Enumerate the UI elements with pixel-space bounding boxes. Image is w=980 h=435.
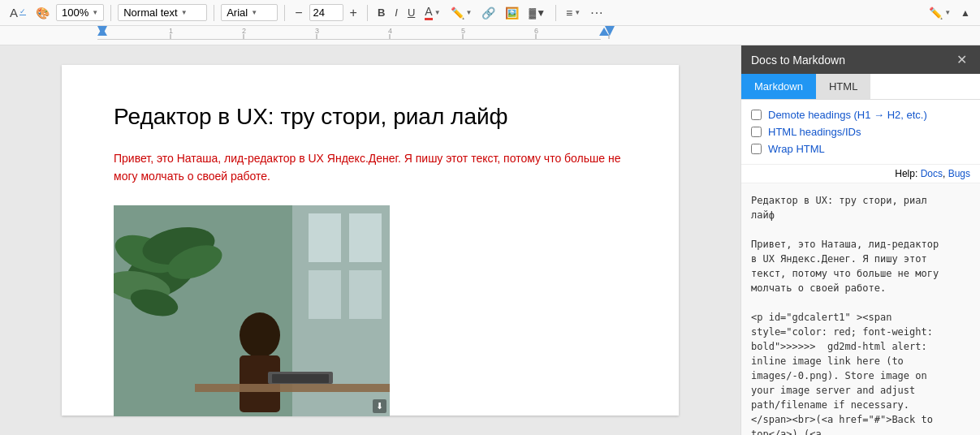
main-content: Редактор в UX: тру стори, риал лайф Прив… (0, 45, 980, 435)
svg-rect-33 (272, 374, 329, 383)
separator2 (214, 5, 214, 21)
option-html-headings[interactable]: HTML headings/IDs (751, 123, 970, 140)
image-overlay-icon[interactable]: ⬇ (373, 399, 386, 413)
svg-rect-21 (309, 270, 341, 319)
align-button[interactable]: ≡ ▼ (563, 5, 584, 21)
document-image: ⬇ (114, 205, 390, 416)
zoom-value: 100% (62, 6, 89, 19)
svg-rect-19 (309, 213, 341, 262)
drawing-icon: ▓▼ (529, 7, 546, 19)
sidebar-header: Docs to Markdown ✕ (741, 45, 980, 74)
separator1 (110, 5, 111, 21)
separator3 (284, 5, 285, 21)
document-body[interactable]: Привет, это Наташа, лид-редактор в UX Ян… (114, 149, 627, 186)
zoom-dropdown[interactable]: 100% ▼ (56, 4, 104, 21)
font-value: Arial (227, 6, 248, 19)
text-style-value: Normal text (123, 6, 177, 19)
link-button[interactable]: 🔗 (478, 5, 499, 21)
italic-button[interactable]: I (391, 5, 401, 20)
svg-point-29 (240, 312, 280, 358)
collapse-icon: ▲ (961, 7, 970, 19)
sidebar-help: Help: Docs, Bugs (741, 165, 980, 183)
html-headings-checkbox[interactable] (751, 127, 762, 137)
spellcheck-underline: ✓ (19, 7, 26, 15)
drawing-button[interactable]: ▓▼ (525, 6, 549, 20)
svg-text:4: 4 (388, 27, 392, 35)
highlight-button[interactable]: ✏️ ▼ (447, 5, 476, 21)
help-label: Help: (895, 168, 917, 179)
pencil-icon: ✏️ (929, 6, 943, 19)
tab-markdown[interactable]: Markdown (741, 74, 816, 99)
text-color-button[interactable]: A ▼ (421, 3, 443, 22)
underline-button[interactable]: U (404, 5, 418, 20)
tab-html[interactable]: HTML (816, 74, 870, 99)
svg-text:1: 1 (169, 27, 173, 35)
link-icon: 🔗 (481, 6, 495, 19)
text-color-caret: ▼ (434, 9, 441, 16)
font-size-input[interactable]: 24 (309, 4, 343, 21)
font-size-decrease-button[interactable]: − (291, 4, 305, 22)
align-caret: ▼ (574, 9, 581, 16)
image-button[interactable]: 🖼️ (502, 5, 522, 21)
text-style-caret: ▼ (181, 9, 188, 16)
image-svg (114, 205, 390, 416)
svg-rect-0 (97, 39, 601, 40)
collapse-button[interactable]: ▲ (957, 6, 974, 20)
highlight-caret: ▼ (466, 9, 473, 16)
svg-text:3: 3 (315, 27, 319, 35)
font-caret: ▼ (251, 9, 257, 16)
svg-rect-22 (349, 270, 382, 319)
document-area[interactable]: Редактор в UX: тру стори, риал лайф Прив… (0, 45, 740, 435)
ruler-ticks: 1 2 3 4 5 6 7 (0, 26, 980, 45)
spellcheck-button[interactable]: A ✓ (6, 4, 29, 21)
option-wrap-html[interactable]: Wrap HTML (751, 140, 970, 157)
svg-text:5: 5 (461, 27, 465, 35)
wrap-html-label: Wrap HTML (768, 143, 825, 155)
document-title: Редактор в UX: тру стори, риал лайф (114, 104, 627, 130)
italic-label: I (395, 6, 398, 19)
svg-rect-20 (349, 213, 382, 262)
paint-icon: 🎨 (36, 6, 50, 19)
image-content: ⬇ (114, 205, 390, 416)
ruler: 1 2 3 4 5 6 7 (0, 26, 980, 45)
wrap-html-checkbox[interactable] (751, 144, 762, 154)
help-bugs-link[interactable]: Bugs (948, 168, 970, 179)
highlight-icon: ✏️ (451, 6, 464, 19)
font-size-increase-button[interactable]: + (347, 4, 360, 22)
sidebar-panel: Docs to Markdown ✕ Markdown HTML Demote … (740, 45, 980, 435)
toolbar: A ✓ 🎨 100% ▼ Normal text ▼ Arial ▼ − 24 … (0, 0, 980, 26)
image-icon: 🖼️ (505, 6, 519, 19)
option-demote-headings[interactable]: Demote headings (H1 → H2, etc.) (751, 106, 970, 123)
underline-label: U (408, 6, 415, 19)
sidebar-close-button[interactable]: ✕ (953, 52, 970, 67)
edit-caret: ▼ (944, 9, 951, 16)
svg-text:2: 2 (242, 27, 246, 35)
more-options-button[interactable]: ··· (587, 4, 607, 22)
text-color-icon: A (425, 5, 432, 20)
document-page[interactable]: Редактор в UX: тру стори, риал лайф Прив… (62, 65, 679, 416)
spellcheck-icon: A (10, 6, 18, 19)
more-icon: ··· (590, 6, 603, 20)
svg-rect-31 (195, 384, 390, 392)
font-size-value: 24 (313, 6, 325, 19)
separator4 (367, 5, 368, 21)
svg-text:6: 6 (534, 27, 538, 35)
zoom-caret: ▼ (92, 9, 98, 16)
sidebar-tabs: Markdown HTML (741, 74, 980, 100)
demote-headings-label: Demote headings (H1 → H2, etc.) (768, 109, 927, 121)
text-style-dropdown[interactable]: Normal text ▼ (118, 4, 207, 21)
bold-label: B (378, 6, 385, 19)
font-dropdown[interactable]: Arial ▼ (221, 4, 278, 21)
demote-headings-checkbox[interactable] (751, 110, 762, 120)
sidebar-options: Demote headings (H1 → H2, etc.) HTML hea… (741, 100, 980, 165)
separator5 (555, 5, 556, 21)
edit-mode-button[interactable]: ✏️ ▼ (926, 5, 954, 21)
bold-button[interactable]: B (374, 5, 388, 20)
html-headings-label: HTML headings/IDs (768, 126, 861, 138)
align-icon: ≡ (566, 6, 572, 19)
sidebar-output-textarea[interactable] (741, 183, 980, 435)
help-docs-link[interactable]: Docs (921, 168, 943, 179)
sidebar-content-area[interactable] (741, 183, 980, 435)
paint-format-button[interactable]: 🎨 (32, 5, 53, 21)
sidebar-title: Docs to Markdown (751, 54, 845, 67)
